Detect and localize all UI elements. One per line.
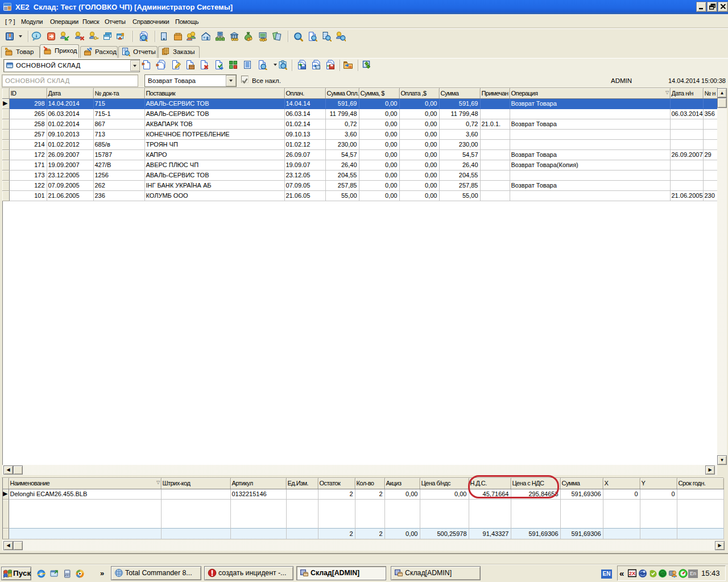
svg-text:2X: 2X (629, 570, 636, 576)
svg-text:e: e (40, 570, 43, 577)
svg-text:@: @ (660, 571, 665, 576)
